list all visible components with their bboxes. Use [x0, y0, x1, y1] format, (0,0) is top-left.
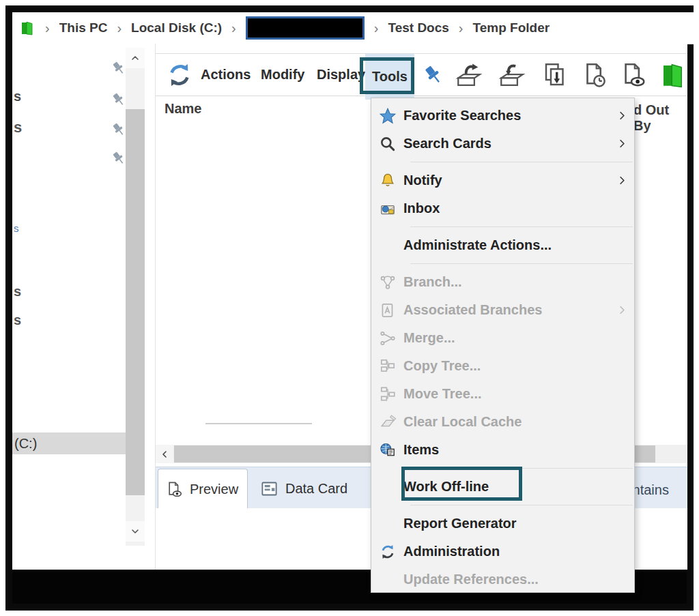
pin-icon[interactable]	[111, 150, 127, 166]
redacted-folder-name	[246, 16, 365, 40]
scroll-down-button[interactable]	[126, 521, 145, 542]
version-history-icon	[580, 61, 609, 89]
menu-item-label: Items	[403, 442, 610, 458]
chevron-left-icon	[159, 449, 170, 460]
breadcrumb-test-docs[interactable]: Test Docs	[388, 20, 448, 35]
breadcrumb-chevron-icon: ›	[45, 20, 50, 36]
favorite-star-icon	[371, 107, 403, 125]
inbox-icon	[371, 200, 403, 218]
clear-cache-icon	[371, 413, 403, 431]
tree-item-c-drive[interactable]: (C:)	[12, 432, 127, 454]
menu-item-label: Report Generator	[403, 516, 610, 531]
search-icon	[371, 135, 403, 153]
menu-actions[interactable]: Actions	[201, 54, 251, 96]
check-in-button[interactable]	[498, 61, 526, 89]
tree-item-fragment[interactable]: s	[14, 284, 21, 299]
menu-separator	[410, 263, 633, 264]
tab-label: Data Card	[285, 481, 347, 497]
get-latest-version-button[interactable]	[541, 61, 570, 89]
menu-item-update-references: Update References...	[371, 566, 634, 593]
menu-item-administrate-actions[interactable]: Administrate Actions...	[371, 231, 634, 259]
menu-item-label: Administrate Actions...	[403, 237, 610, 253]
tree-item-fragment[interactable]: s	[14, 222, 19, 234]
tab-preview[interactable]: Preview	[158, 469, 248, 509]
menu-item-merge: Merge...	[371, 324, 634, 352]
screenshot-page: › This PC › Local Disk (C:) › › Test Doc…	[0, 0, 699, 616]
branch-icon	[371, 274, 403, 291]
menu-separator	[410, 226, 633, 227]
menu-item-report-generator[interactable]: Report Generator	[371, 510, 634, 538]
menu-item-associated-branches: Associated Branches	[371, 296, 634, 324]
pin-toolbar-button[interactable]	[422, 54, 445, 96]
menu-item-label: Associated Branches	[403, 302, 610, 318]
menu-item-move-tree: Move Tree...	[371, 380, 634, 408]
menu-item-label: Clear Local Cache	[403, 414, 610, 430]
tab-label: Preview	[190, 482, 238, 497]
scroll-left-button[interactable]	[156, 445, 173, 463]
menu-item-label: Copy Tree...	[403, 358, 610, 374]
administration-icon	[371, 543, 403, 561]
associated-branches-icon	[371, 302, 403, 319]
check-out-button[interactable]	[455, 61, 483, 89]
vault-icon	[659, 61, 687, 89]
chevron-right-icon	[610, 174, 634, 187]
vertical-scrollbar[interactable]	[126, 48, 145, 546]
menu-modify[interactable]: Modify	[261, 54, 304, 96]
tab-data-card[interactable]: Data Card	[253, 469, 347, 509]
bell-icon	[371, 172, 403, 190]
menu-item-label: Search Cards	[403, 136, 610, 151]
refresh-icon	[165, 61, 194, 89]
chevron-right-icon	[610, 109, 634, 122]
tree-item-fragment[interactable]: s	[14, 312, 21, 328]
menu-item-label: Merge...	[403, 330, 610, 346]
get-latest-icon	[541, 61, 570, 89]
menu-item-label: Notify	[403, 173, 610, 188]
redacted-row-line	[205, 423, 312, 424]
tree-item-label: (C:)	[12, 436, 37, 452]
pin-icon	[422, 63, 445, 87]
preview-document-icon	[165, 480, 184, 499]
refresh-button[interactable]	[165, 54, 194, 96]
scroll-up-button[interactable]	[126, 48, 145, 68]
preview-button[interactable]	[619, 61, 648, 89]
preview-document-icon	[619, 61, 648, 89]
breadcrumb-temp-folder[interactable]: Temp Folder	[473, 20, 550, 35]
breadcrumb-local-disk[interactable]: Local Disk (C:)	[131, 20, 222, 35]
scrollbar-thumb[interactable]	[126, 109, 145, 495]
menu-item-clear-local-cache: Clear Local Cache	[371, 408, 634, 436]
menu-item-inbox[interactable]: Inbox	[371, 194, 634, 222]
menu-item-label: Update References...	[403, 572, 610, 587]
vault-button[interactable]	[659, 61, 687, 89]
breadcrumb-chevron-icon: ›	[459, 20, 463, 36]
menu-item-notify[interactable]: Notify	[371, 166, 634, 194]
check-out-icon	[455, 61, 483, 89]
menu-item-favorite-searches[interactable]: Favorite Searches	[371, 102, 634, 130]
vault-icon[interactable]	[19, 19, 35, 37]
breadcrumb-this-pc[interactable]: This PC	[59, 20, 108, 35]
toolbar: Actions Modify Display Tools	[156, 53, 687, 96]
copy-tree-icon	[371, 357, 403, 375]
pin-icon[interactable]	[111, 121, 127, 138]
menu-item-administration[interactable]: Administration	[371, 538, 634, 566]
tree-item-fragment[interactable]: s	[14, 89, 21, 104]
column-header-name[interactable]: Name	[165, 101, 201, 117]
breadcrumb-chevron-icon: ›	[117, 20, 122, 36]
column-header-checked-out-by[interactable]: d Out By	[633, 102, 687, 134]
pin-icon[interactable]	[111, 60, 127, 76]
breadcrumb: › This PC › Local Disk (C:) › › Test Doc…	[12, 12, 694, 44]
menu-separator	[410, 505, 633, 505]
menu-item-search-cards[interactable]: Search Cards	[371, 130, 634, 158]
annotation-box-work-offline	[401, 467, 522, 501]
breadcrumb-chevron-icon: ›	[231, 20, 236, 36]
pin-icon[interactable]	[111, 91, 127, 108]
check-in-icon	[498, 61, 526, 89]
menu-item-label: Favorite Searches	[403, 108, 610, 123]
tree-item-fragment[interactable]: s	[14, 119, 22, 136]
get-version-button[interactable]	[580, 61, 609, 89]
menu-item-items[interactable]: Items	[371, 436, 634, 464]
menu-item-label: Move Tree...	[403, 386, 610, 402]
menu-item-label: Branch...	[403, 274, 610, 290]
breadcrumb-chevron-icon: ›	[374, 20, 379, 36]
menu-display[interactable]: Display	[317, 54, 365, 96]
menu-item-label: Administration	[403, 544, 610, 559]
